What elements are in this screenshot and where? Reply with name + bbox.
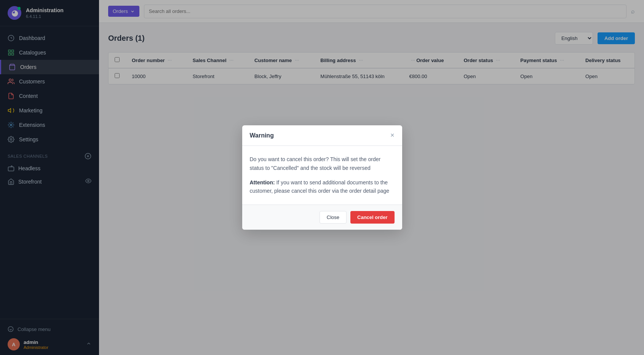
modal-close-action-button[interactable]: Close — [320, 211, 347, 224]
modal-title: Warning — [250, 132, 274, 139]
modal-header: Warning × — [242, 125, 402, 146]
modal-body-text: Do you want to cancel this order? This w… — [250, 155, 395, 172]
modal-overlay: Warning × Do you want to cancel this ord… — [0, 0, 644, 355]
cancel-order-button[interactable]: Cancel order — [350, 211, 394, 224]
modal-close-button[interactable]: × — [390, 131, 395, 139]
attention-label: Attention: — [250, 179, 275, 185]
modal-attention-text: Attention: If you want to send additiona… — [250, 178, 395, 195]
modal-body: Do you want to cancel this order? This w… — [242, 146, 402, 205]
warning-modal: Warning × Do you want to cancel this ord… — [242, 125, 402, 230]
modal-footer: Close Cancel order — [242, 205, 402, 230]
